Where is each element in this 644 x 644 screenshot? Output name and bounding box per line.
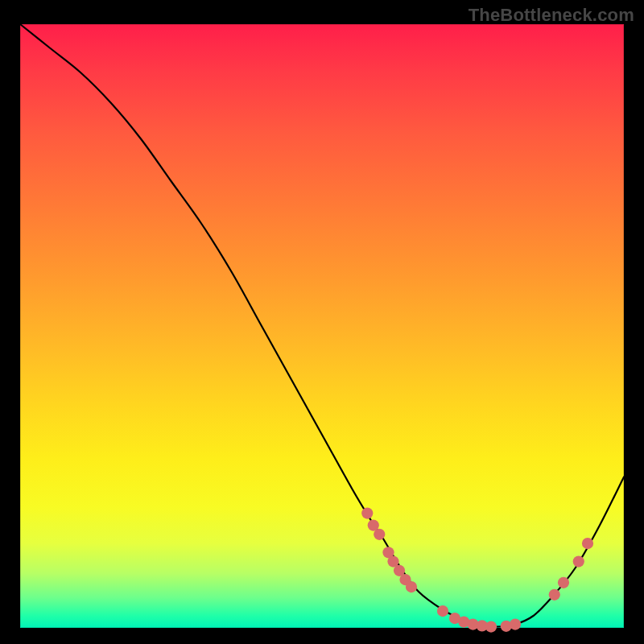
watermark-text: TheBottleneck.com [469, 5, 634, 26]
curve-svg [20, 24, 624, 628]
data-point [510, 618, 521, 630]
bottleneck-curve [20, 24, 624, 627]
data-point [485, 621, 497, 632]
data-point [361, 507, 373, 518]
plot-area [20, 24, 624, 628]
data-point [573, 555, 584, 567]
data-point [558, 577, 569, 588]
data-points-group [361, 507, 593, 632]
data-point [549, 589, 560, 601]
chart-container: TheBottleneck.com [0, 0, 644, 644]
data-point [582, 538, 593, 549]
data-point [406, 581, 417, 592]
data-point [437, 605, 448, 617]
data-point [374, 529, 385, 540]
